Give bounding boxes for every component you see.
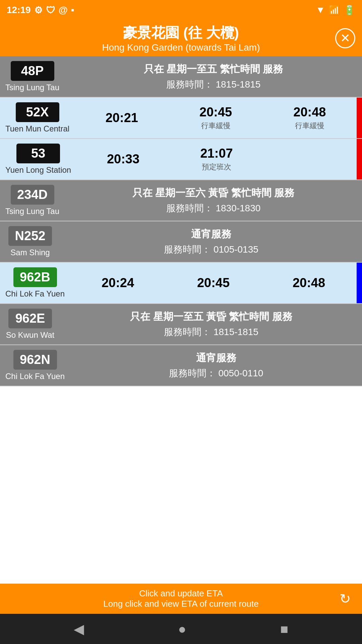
eta-time-5-0: 20:24: [102, 276, 134, 290]
route-row-53[interactable]: 53Yuen Long Station20:3321:07預定班次: [0, 139, 362, 180]
route-badge-962b: 962B: [13, 267, 57, 287]
eta-time-1-2: 20:48: [293, 105, 326, 119]
eta-cell-2-0: 20:33: [76, 139, 170, 179]
eta-cell-1-0: 20:21: [75, 98, 169, 138]
header: 豪景花園 (往 大欖) Hong Kong Garden (towards Ta…: [0, 20, 362, 56]
eta-cell-5-1: 20:45: [166, 263, 261, 303]
eta-time-5-1: 20:45: [197, 276, 230, 290]
eta-cells-1: 20:2120:45行車緩慢20:48行車緩慢: [75, 98, 357, 138]
eta-time-5-2: 20:48: [293, 276, 325, 290]
nav-bar: ◀ ● ■: [0, 614, 362, 644]
route-badge-962n: 962N: [13, 350, 57, 370]
route-row-n252[interactable]: N252Sam Shing通宵服務服務時間： 0105-0135: [0, 221, 362, 263]
route-dest-0: Tsing Lung Tau: [5, 83, 59, 92]
eta-cell-1-2: 20:48行車緩慢: [263, 98, 357, 138]
route-dest-4: Sam Shing: [10, 248, 50, 257]
route-row-48p[interactable]: 48PTsing Lung Tau只在 星期一至五 繁忙時間 服務服務時間： 1…: [0, 56, 362, 98]
side-indicator-2: [357, 139, 362, 179]
gear-icon: ⚙: [34, 5, 43, 16]
nav-back-button[interactable]: ◀: [74, 621, 84, 637]
route-badge-cell-7: 962NChi Lok Fa Yuen: [0, 345, 70, 386]
route-badge-cell-2: 53Yuen Long Station: [0, 139, 76, 179]
eta-time-1-1: 20:45: [199, 105, 232, 119]
service-time-0: 服務時間： 1815-1815: [166, 78, 261, 91]
route-badge-962e: 962E: [8, 309, 52, 328]
status-right: ▼ 📶 🔋: [316, 5, 355, 16]
route-row-962n[interactable]: 962NChi Lok Fa Yuen通宵服務服務時間： 0050-0110: [0, 345, 362, 386]
side-indicator-1: [357, 98, 362, 138]
eta-cell-5-0: 20:24: [70, 263, 166, 303]
route-dest-1: Tuen Mun Central: [5, 124, 69, 133]
route-badge-53: 53: [16, 144, 60, 163]
route-badge-cell-0: 48PTsing Lung Tau: [0, 56, 65, 97]
eta-cells-5: 20:2420:4520:48: [70, 263, 357, 303]
service-notice-4: 通宵服務: [191, 227, 231, 241]
bottom-text: Click and update ETA Long click and view…: [3, 588, 359, 609]
nav-recent-button[interactable]: ■: [280, 622, 288, 637]
route-dest-6: So Kwun Wat: [6, 330, 55, 340]
status-time: 12:19: [7, 5, 31, 15]
status-left: 12:19 ⚙ 🛡 @ ▪: [7, 5, 74, 16]
eta-cell-5-2: 20:48: [261, 263, 357, 303]
service-time-3: 服務時間： 1830-1830: [166, 202, 261, 215]
service-time-6: 服務時間： 1815-1815: [164, 326, 258, 338]
header-title-zh: 豪景花園 (往 大欖): [20, 23, 342, 42]
route-badge-cell-4: N252Sam Shing: [0, 221, 60, 262]
eta-time-2-1: 21:07: [200, 146, 233, 161]
sdcard-icon: ▪: [71, 5, 74, 15]
at-icon: @: [59, 5, 68, 15]
service-time-4: 服務時間： 0105-0135: [164, 243, 258, 256]
eta-cells-2: 20:3321:07預定班次: [76, 139, 357, 179]
eta-time-2-0: 20:33: [107, 152, 139, 166]
service-notice-7: 通宵服務: [196, 351, 236, 365]
route-dest-5: Chi Lok Fa Yuen: [5, 289, 65, 299]
route-badge-cell-5: 962BChi Lok Fa Yuen: [0, 263, 70, 303]
route-badge-cell-1: 52XTuen Mun Central: [0, 98, 75, 138]
eta-sub-1-2: 行車緩慢: [295, 121, 324, 131]
service-notice-0: 只在 星期一至五 繁忙時間 服務: [144, 62, 283, 76]
bottom-line2: Long click and view ETA of current route: [3, 599, 359, 609]
route-dest-2: Yuen Long Station: [5, 165, 71, 175]
eta-time-1-0: 20:21: [106, 111, 138, 125]
route-badge-cell-6: 962ESo Kwun Wat: [0, 304, 60, 344]
eta-cell-1-1: 20:45行車緩慢: [169, 98, 262, 138]
route-row-962e[interactable]: 962ESo Kwun Wat只在 星期一至五 黃昏 繁忙時間 服務服務時間： …: [0, 304, 362, 345]
nav-home-button[interactable]: ●: [178, 622, 186, 637]
eta-sub-2-1: 預定班次: [202, 162, 231, 172]
route-badge-48p: 48P: [11, 61, 54, 81]
route-badge-n252: N252: [8, 226, 52, 246]
eta-sub-1-1: 行車緩慢: [201, 121, 231, 131]
signal-icon: 📶: [328, 5, 340, 16]
route-info-0: 只在 星期一至五 繁忙時間 服務服務時間： 1815-1815: [65, 56, 362, 97]
service-time-7: 服務時間： 0050-0110: [169, 367, 263, 380]
status-bar: 12:19 ⚙ 🛡 @ ▪ ▼ 📶 🔋: [0, 0, 362, 20]
route-info-7: 通宵服務服務時間： 0050-0110: [70, 345, 362, 386]
refresh-button[interactable]: ↻: [335, 589, 355, 609]
bottom-line1: Click and update ETA: [3, 588, 359, 599]
route-info-6: 只在 星期一至五 黃昏 繁忙時間 服務服務時間： 1815-1815: [60, 304, 362, 344]
service-notice-3: 只在 星期一至六 黃昏 繁忙時間 服務: [132, 186, 294, 200]
route-row-52x[interactable]: 52XTuen Mun Central20:2120:45行車緩慢20:48行車…: [0, 98, 362, 139]
eta-cell-2-2: [263, 139, 357, 179]
eta-cell-2-1: 21:07預定班次: [170, 139, 263, 179]
shield-icon: 🛡: [46, 5, 55, 16]
route-info-4: 通宵服務服務時間： 0105-0135: [60, 221, 362, 262]
route-info-3: 只在 星期一至六 黃昏 繁忙時間 服務服務時間： 1830-1830: [65, 180, 362, 221]
bottom-bar: Click and update ETA Long click and view…: [0, 584, 362, 614]
route-row-962b[interactable]: 962BChi Lok Fa Yuen20:2420:4520:48: [0, 263, 362, 304]
service-notice-6: 只在 星期一至五 黃昏 繁忙時間 服務: [130, 310, 292, 324]
close-button[interactable]: ✕: [335, 28, 355, 48]
route-badge-52x: 52X: [16, 102, 59, 122]
route-dest-7: Chi Lok Fa Yuen: [5, 372, 65, 381]
battery-icon: 🔋: [344, 5, 355, 16]
header-title-en: Hong Kong Garden (towards Tai Lam): [20, 42, 342, 53]
route-list: 48PTsing Lung Tau只在 星期一至五 繁忙時間 服務服務時間： 1…: [0, 56, 362, 584]
route-badge-cell-3: 234DTsing Lung Tau: [0, 180, 65, 221]
route-dest-3: Tsing Lung Tau: [5, 207, 59, 216]
wifi-icon: ▼: [316, 5, 325, 15]
side-indicator-5: [357, 263, 362, 303]
route-badge-234d: 234D: [11, 185, 54, 205]
route-row-234d[interactable]: 234DTsing Lung Tau只在 星期一至六 黃昏 繁忙時間 服務服務時…: [0, 180, 362, 221]
